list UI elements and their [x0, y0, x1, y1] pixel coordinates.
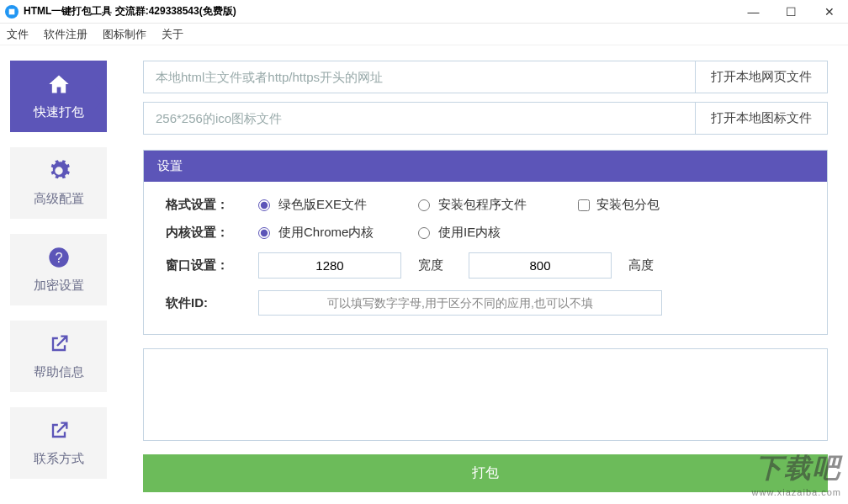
svg-text:?: ? — [55, 250, 62, 265]
sidebar-item-help[interactable]: 帮助信息 — [10, 321, 107, 392]
pack-button[interactable]: 打包 — [143, 454, 828, 492]
share-icon — [47, 332, 71, 356]
menu-register[interactable]: 软件注册 — [44, 27, 87, 42]
sidebar-label-quick-pack: 快速打包 — [34, 104, 84, 120]
settings-panel: 设置 格式设置： 绿色版EXE文件 安装包程序文件 安装包分包 内核设置： 使用… — [143, 150, 828, 335]
app-icon — [5, 5, 19, 19]
menubar: 文件 软件注册 图标制作 关于 — [0, 24, 848, 45]
format-installer-radio[interactable]: 安装包程序文件 — [418, 197, 561, 213]
kernel-ie-radio[interactable]: 使用IE内核 — [418, 225, 561, 241]
ico-browse-button[interactable]: 打开本地图标文件 — [695, 103, 827, 134]
ico-input-row: 打开本地图标文件 — [143, 102, 828, 135]
height-input[interactable] — [469, 252, 612, 279]
settings-header: 设置 — [144, 151, 827, 182]
kernel-label: 内核设置： — [166, 225, 241, 241]
sidebar-item-quick-pack[interactable]: 快速打包 — [10, 61, 107, 132]
sidebar-item-advanced[interactable]: 高级配置 — [10, 147, 107, 219]
id-setting-row: 软件ID: — [166, 290, 805, 316]
format-label: 格式设置： — [166, 197, 241, 213]
minimize-button[interactable]: — — [734, 0, 772, 23]
menu-file[interactable]: 文件 — [7, 27, 29, 42]
titlebar: HTML一键打包工具 交流群:429338543(免费版) — ☐ ✕ — [0, 0, 848, 24]
home-icon — [47, 72, 71, 96]
sidebar-label-advanced: 高级配置 — [34, 191, 84, 207]
window-controls: — ☐ ✕ — [734, 0, 848, 23]
format-split-checkbox[interactable]: 安装包分包 — [578, 197, 660, 213]
maximize-button[interactable]: ☐ — [772, 0, 810, 23]
menu-icon-make[interactable]: 图标制作 — [103, 27, 146, 42]
output-panel — [143, 348, 828, 441]
close-button[interactable]: ✕ — [810, 0, 848, 23]
html-browse-button[interactable]: 打开本地网页文件 — [695, 61, 827, 93]
sidebar-item-contact[interactable]: 联系方式 — [10, 407, 107, 479]
sidebar-label-encrypt: 加密设置 — [34, 278, 84, 294]
menu-about[interactable]: 关于 — [162, 27, 183, 42]
html-input-row: 打开本地网页文件 — [143, 61, 828, 93]
content-area: 打开本地网页文件 打开本地图标文件 设置 格式设置： 绿色版EXE文件 安装包程… — [118, 45, 848, 504]
width-text: 宽度 — [418, 257, 452, 273]
format-green-exe-radio[interactable]: 绿色版EXE文件 — [258, 197, 401, 213]
question-icon: ? — [47, 246, 71, 269]
html-path-input[interactable] — [144, 61, 695, 93]
sidebar-label-help: 帮助信息 — [34, 364, 84, 380]
window-label: 窗口设置： — [166, 257, 241, 273]
window-title: HTML一键打包工具 交流群:429338543(免费版) — [24, 4, 734, 19]
window-setting-row: 窗口设置： 宽度 高度 — [166, 252, 805, 279]
share-icon — [47, 419, 71, 443]
id-label: 软件ID: — [166, 295, 241, 311]
gear-icon — [47, 159, 71, 183]
height-text: 高度 — [628, 257, 662, 273]
ico-path-input[interactable] — [144, 103, 695, 134]
kernel-chrome-radio[interactable]: 使用Chrome内核 — [258, 225, 401, 241]
sidebar-label-contact: 联系方式 — [34, 451, 84, 467]
width-input[interactable] — [258, 252, 401, 279]
format-setting-row: 格式设置： 绿色版EXE文件 安装包程序文件 安装包分包 — [166, 197, 805, 213]
sidebar-item-encrypt[interactable]: ? 加密设置 — [10, 234, 107, 305]
sidebar: 快速打包 高级配置 ? 加密设置 帮助信息 联系方式 — [0, 45, 118, 504]
software-id-input[interactable] — [258, 290, 662, 316]
kernel-setting-row: 内核设置： 使用Chrome内核 使用IE内核 — [166, 225, 805, 241]
